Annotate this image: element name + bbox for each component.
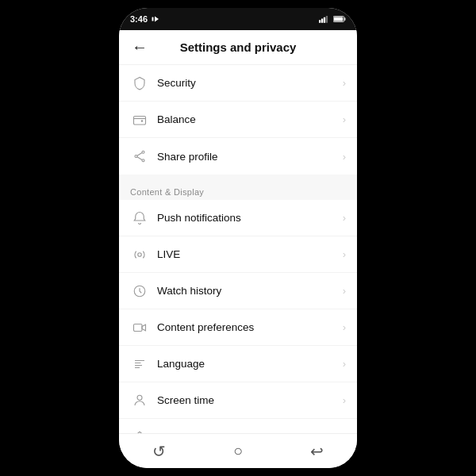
wallet-icon [130, 110, 149, 129]
section-header-content-display: Content & Display [119, 181, 357, 200]
status-indicators [319, 15, 346, 23]
video-icon [130, 318, 149, 337]
menu-item-share-profile[interactable]: Share profile › [119, 138, 357, 175]
svg-rect-4 [324, 17, 325, 23]
svg-point-15 [138, 252, 142, 256]
chevron-icon: › [343, 151, 346, 163]
menu-item-content-preferences[interactable]: Content preferences › [119, 309, 357, 346]
bell-icon [130, 209, 149, 228]
live-label: LIVE [157, 248, 343, 260]
svg-rect-9 [134, 116, 146, 125]
svg-rect-7 [344, 17, 345, 20]
screen-time-label: Screen time [157, 394, 343, 406]
shield-icon [130, 74, 149, 93]
page-title: Settings and privacy [180, 40, 297, 54]
language-label: Language [157, 358, 343, 370]
balance-label: Balance [157, 113, 343, 125]
section-account: Security › Balance › Share profile › [119, 65, 357, 175]
signal-icon [319, 15, 330, 23]
chevron-icon: › [343, 212, 346, 224]
svg-rect-17 [134, 324, 143, 331]
share-icon [130, 147, 149, 166]
security-label: Security [157, 77, 343, 89]
svg-point-11 [135, 155, 137, 158]
menu-item-push-notifications[interactable]: Push notifications › [119, 200, 357, 236]
bottom-nav: ↺ ○ ↩ [119, 433, 357, 468]
section-content-display: Content & Display Push notifications › L… [119, 181, 357, 433]
scroll-area: Security › Balance › Share profile › Con… [119, 65, 357, 433]
svg-rect-0 [152, 17, 154, 21]
menu-item-language[interactable]: Language › [119, 346, 357, 382]
media-icon [151, 14, 160, 24]
refresh-button[interactable]: ↺ [152, 442, 166, 461]
menu-item-family-pairing[interactable]: Family Pairing › [119, 419, 357, 433]
phone-frame: 3:46 ← Settings and privacy [119, 8, 357, 468]
back-nav-button[interactable]: ↩ [310, 442, 324, 461]
svg-rect-3 [321, 18, 323, 22]
home-button[interactable]: ○ [233, 442, 243, 460]
chevron-icon: › [343, 321, 346, 333]
chevron-icon: › [343, 248, 346, 260]
svg-point-10 [142, 151, 144, 153]
chevron-icon: › [343, 113, 346, 125]
battery-icon [333, 15, 346, 23]
live-icon [130, 245, 149, 264]
status-bar: 3:46 [119, 8, 357, 30]
person-icon [130, 391, 149, 410]
page-header: ← Settings and privacy [119, 30, 357, 65]
share-profile-label: Share profile [157, 151, 343, 163]
back-button[interactable]: ← [129, 35, 151, 60]
watch-history-label: Watch history [157, 285, 343, 297]
chevron-icon: › [343, 77, 346, 89]
menu-item-security[interactable]: Security › [119, 65, 357, 102]
chevron-icon: › [343, 358, 346, 370]
chevron-icon: › [343, 394, 346, 406]
clock-icon [130, 282, 149, 301]
section-content-items: Push notifications › LIVE › Watch histor… [119, 200, 357, 433]
svg-rect-2 [319, 20, 321, 23]
house-icon [130, 428, 149, 434]
menu-item-balance[interactable]: Balance › [119, 102, 357, 138]
menu-item-screen-time[interactable]: Screen time › [119, 382, 357, 419]
menu-item-watch-history[interactable]: Watch history › [119, 273, 357, 309]
content-preferences-label: Content preferences [157, 321, 343, 333]
svg-rect-8 [334, 17, 343, 21]
svg-rect-5 [326, 16, 328, 23]
push-notifications-label: Push notifications [157, 212, 343, 224]
svg-line-14 [137, 157, 142, 160]
svg-line-13 [137, 153, 142, 156]
menu-item-live[interactable]: LIVE › [119, 236, 357, 273]
svg-point-18 [137, 395, 142, 400]
text-icon [130, 355, 149, 374]
status-time: 3:46 [130, 14, 160, 24]
svg-point-12 [142, 159, 144, 162]
chevron-icon: › [343, 285, 346, 297]
svg-marker-1 [155, 17, 159, 22]
